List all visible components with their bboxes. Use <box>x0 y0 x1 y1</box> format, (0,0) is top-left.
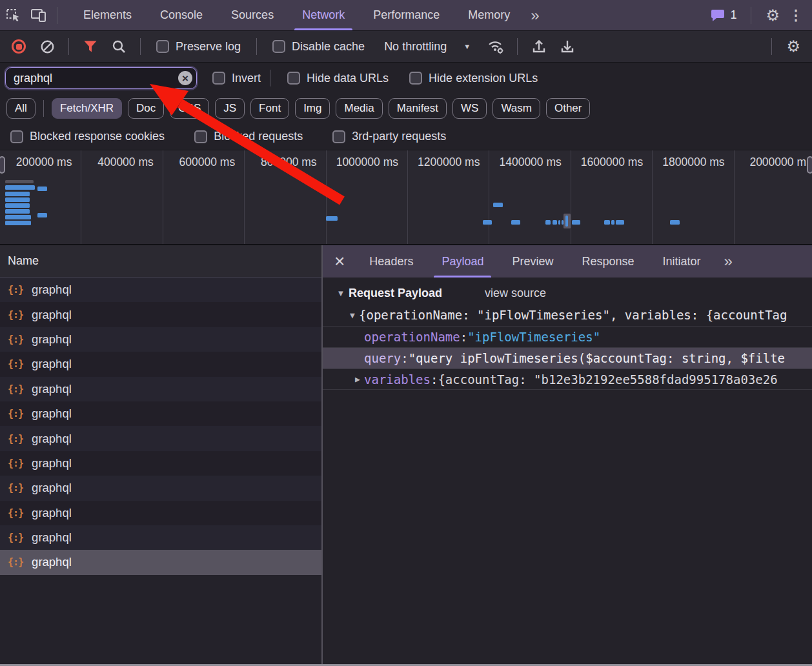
chip-img[interactable]: Img <box>295 98 330 119</box>
record-network-log-button[interactable] <box>6 35 31 58</box>
timeline-column: 2000000 m <box>735 150 812 244</box>
details-tab-response[interactable]: Response <box>568 245 649 278</box>
details-tab-initiator[interactable]: Initiator <box>649 245 715 278</box>
request-row[interactable]: {:}graphql <box>0 327 321 352</box>
payload-property-query[interactable]: query: "query ipFlowTimeseries($accountT… <box>323 347 812 368</box>
clear-network-log-button[interactable] <box>35 35 59 58</box>
tab-elements[interactable]: Elements <box>69 0 146 30</box>
request-row[interactable]: {:}graphql <box>0 525 321 550</box>
upload-icon <box>531 39 547 54</box>
chip-doc[interactable]: Doc <box>128 98 164 119</box>
details-tab-payload[interactable]: Payload <box>427 245 498 278</box>
property-key: operationName <box>364 330 460 344</box>
request-list: {:}graphql{:}graphql{:}graphql{:}graphql… <box>0 278 321 575</box>
network-settings-gear-icon[interactable]: ⚙ <box>781 39 806 54</box>
device-toolbar-icon[interactable] <box>26 0 52 30</box>
timeline-request-bar <box>5 180 34 183</box>
details-tab-headers[interactable]: Headers <box>355 245 427 278</box>
payload-root-object[interactable]: ▼ {operationName: "ipFlowTimeseries", va… <box>323 304 812 326</box>
import-har-button[interactable] <box>527 35 551 58</box>
divider <box>57 7 57 24</box>
more-details-tabs-icon[interactable]: » <box>715 252 740 270</box>
view-source-link[interactable]: view source <box>485 287 546 300</box>
search-button[interactable] <box>107 35 131 58</box>
settings-gear-icon[interactable]: ⚙ <box>766 8 780 23</box>
disclosure-triangle-icon: ▼ <box>334 288 347 298</box>
chip-wasm[interactable]: Wasm <box>492 98 540 119</box>
json-braces-icon: {:} <box>8 433 23 445</box>
overview-left-handle[interactable] <box>0 156 5 174</box>
close-details-icon[interactable]: × <box>323 252 355 270</box>
tab-performance[interactable]: Performance <box>359 0 454 30</box>
hide-data-urls-checkbox[interactable]: Hide data URLs <box>282 72 394 85</box>
checkbox-label: Blocked requests <box>214 130 303 143</box>
request-row[interactable]: {:}graphql <box>0 302 321 327</box>
chip-js[interactable]: JS <box>215 98 245 119</box>
chip-css[interactable]: CSS <box>170 98 209 119</box>
filter-input[interactable] <box>5 67 197 89</box>
request-row[interactable]: {:}graphql <box>0 501 321 525</box>
payload-property-variables[interactable]: ▶variables: {accountTag: "b12e3b2192ee55… <box>323 368 812 390</box>
chip-ws[interactable]: WS <box>452 98 487 119</box>
overflow-menu-icon[interactable]: ⋮ <box>789 8 803 23</box>
timeline-request-bar <box>5 209 30 214</box>
network-conditions-button[interactable] <box>483 35 508 58</box>
checkbox-box <box>10 130 23 143</box>
request-row[interactable]: {:}graphql <box>0 451 321 476</box>
request-row[interactable]: {:}graphql <box>0 352 321 376</box>
checkbox-blocked-requests[interactable]: Blocked requests <box>188 130 309 143</box>
tab-console[interactable]: Console <box>146 0 217 30</box>
hide-extension-urls-checkbox[interactable]: Hide extension URLs <box>404 72 543 85</box>
filter-toggle-button[interactable] <box>78 35 103 58</box>
network-overview-timeline[interactable]: 200000 ms400000 ms600000 ms800000 ms1000… <box>0 150 812 245</box>
export-har-button[interactable] <box>555 35 580 58</box>
timeline-request-bar <box>37 187 47 191</box>
timeline-tick-label: 1800000 ms <box>662 156 724 169</box>
chip-font[interactable]: Font <box>250 98 289 119</box>
chip-media[interactable]: Media <box>336 98 382 119</box>
tab-network[interactable]: Network <box>288 0 359 30</box>
timeline-request-bar <box>5 221 31 225</box>
details-tab-preview[interactable]: Preview <box>498 245 567 278</box>
request-name: graphql <box>32 555 72 569</box>
json-braces-icon: {:} <box>8 458 23 469</box>
throttling-select[interactable]: No throttling ▼ <box>375 40 480 54</box>
timeline-request-bar <box>5 197 30 202</box>
chip-fetch-xhr[interactable]: Fetch/XHR <box>52 98 122 119</box>
name-column-header[interactable]: Name <box>0 245 321 278</box>
request-name: graphql <box>32 432 72 446</box>
download-icon <box>560 39 575 54</box>
overview-right-handle[interactable] <box>807 156 812 174</box>
disable-cache-checkbox[interactable]: Disable cache <box>266 40 371 54</box>
chip-all[interactable]: All <box>6 98 36 119</box>
chip-manifest[interactable]: Manifest <box>389 98 447 119</box>
payload-property-operationname[interactable]: operationName: "ipFlowTimeseries" <box>323 326 812 347</box>
timeline-request-bar <box>553 220 557 225</box>
tab-memory[interactable]: Memory <box>454 0 524 30</box>
checkbox-3rd-party-requests[interactable]: 3rd-party requests <box>326 130 452 143</box>
timeline-tick-label: 200000 ms <box>16 156 72 169</box>
chip-other[interactable]: Other <box>546 98 591 119</box>
inspect-element-icon[interactable] <box>0 0 26 30</box>
request-payload-section-header[interactable]: ▼ Request Payload view source <box>323 278 812 304</box>
property-colon: : <box>401 351 408 365</box>
request-row[interactable]: {:}graphql <box>0 278 321 302</box>
clear-filter-icon[interactable]: × <box>178 71 192 85</box>
request-row[interactable]: {:}graphql <box>0 401 321 426</box>
request-row[interactable]: {:}graphql <box>0 476 321 500</box>
checkbox-blocked-response-cookies[interactable]: Blocked response cookies <box>4 130 171 143</box>
request-row[interactable]: {:}graphql <box>0 377 321 401</box>
more-tabs-icon[interactable]: » <box>524 6 544 25</box>
invert-checkbox[interactable]: Invert <box>207 72 266 85</box>
devtools-window: ElementsConsoleSourcesNetworkPerformance… <box>0 0 812 666</box>
issues-bubble-icon <box>710 8 726 22</box>
timeline-column: 1400000 ms <box>489 150 571 244</box>
preserve-log-checkbox[interactable]: Preserve log <box>150 40 247 54</box>
json-braces-icon: {:} <box>8 358 23 370</box>
hide-extension-urls-label: Hide extension URLs <box>429 72 538 85</box>
request-details-panel: × HeadersPayloadPreviewResponseInitiator… <box>323 245 812 664</box>
issues-counter[interactable]: 1 <box>710 8 736 22</box>
request-row[interactable]: {:}graphql <box>0 550 321 574</box>
request-row[interactable]: {:}graphql <box>0 426 321 450</box>
tab-sources[interactable]: Sources <box>217 0 288 30</box>
